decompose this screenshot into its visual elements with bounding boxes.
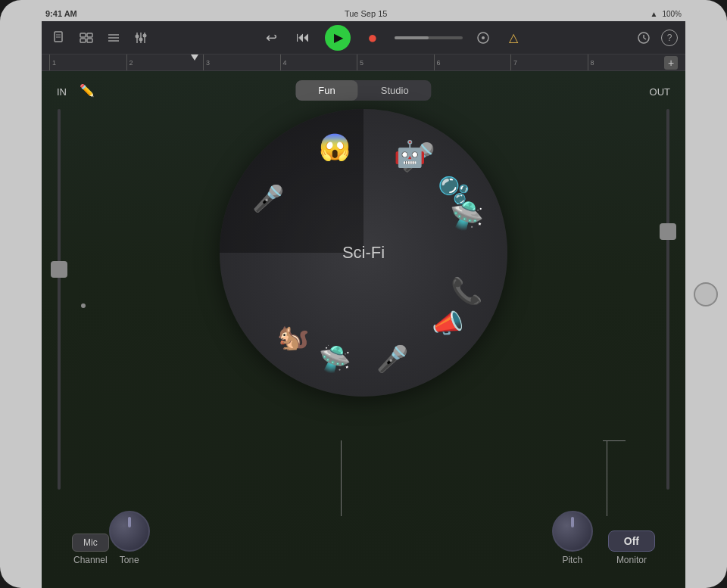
- tracks-icon[interactable]: [104, 28, 123, 48]
- voice-item-monster[interactable]: 😱: [314, 126, 355, 167]
- callout-line-monitor: [607, 440, 607, 516]
- svg-rect-4: [87, 33, 92, 37]
- ruler-mark-3: 3: [203, 54, 280, 70]
- mode-toggle: Fun Studio: [295, 80, 431, 101]
- tone-knob[interactable]: [109, 511, 150, 552]
- document-icon[interactable]: [49, 28, 69, 48]
- ipad-frame: 9:41 AM Tue Sep 15 ▲ 100% ↩ ⏮: [0, 0, 727, 588]
- studio-mode-button[interactable]: Studio: [358, 80, 432, 101]
- arrange-icon[interactable]: [76, 28, 96, 48]
- voice-item-robot[interactable]: 🤖: [389, 133, 430, 174]
- fun-mode-button[interactable]: Fun: [295, 80, 357, 101]
- pencil-icon[interactable]: ✏️: [80, 83, 95, 98]
- tone-knob-group: Tone: [109, 511, 150, 565]
- ruler-mark-8: 8: [588, 54, 665, 70]
- undo-button[interactable]: ↩: [261, 28, 281, 48]
- metronome-icon[interactable]: [473, 28, 493, 48]
- rewind-button[interactable]: ⏮: [292, 26, 314, 49]
- toolbar: ↩ ⏮ ▶ ● △ ?: [42, 21, 685, 54]
- record-button[interactable]: ●: [361, 26, 384, 49]
- volume-slider[interactable]: [395, 36, 463, 39]
- ruler-mark-5: 5: [357, 54, 434, 70]
- channel-label: Channel: [73, 555, 108, 565]
- callout-line-tone: [341, 440, 342, 516]
- svg-point-17: [482, 36, 485, 39]
- svg-rect-3: [80, 33, 86, 37]
- voice-wheel[interactable]: Sci-Fi 🛸 🎤: [220, 109, 507, 397]
- help-icon[interactable]: ?: [661, 30, 678, 46]
- status-time: 9:41 AM: [45, 9, 77, 18]
- clock-icon[interactable]: [634, 28, 654, 48]
- input-level-slider[interactable]: [49, 109, 69, 490]
- voice-item-mic2[interactable]: 🎤: [372, 338, 413, 379]
- ruler-mark-1: 1: [49, 54, 126, 70]
- mixer-icon[interactable]: [131, 28, 151, 48]
- voice-item-bubbles[interactable]: 🫧: [433, 170, 474, 210]
- wheel-selected-slice: [220, 109, 507, 397]
- voice-item-megaphone[interactable]: 📣: [427, 303, 468, 344]
- mic-button[interactable]: Mic: [72, 534, 109, 552]
- svg-rect-5: [80, 39, 86, 42]
- pitch-knob[interactable]: [552, 511, 593, 552]
- main-content: IN ✏️ OUT Fun Studio: [42, 71, 685, 588]
- status-date: Tue Sep 15: [345, 9, 387, 18]
- battery-icon: 100%: [662, 10, 682, 18]
- in-label: IN: [57, 86, 67, 98]
- wifi-icon: ▲: [651, 10, 658, 18]
- status-bar: 9:41 AM Tue Sep 15 ▲ 100%: [45, 6, 682, 21]
- voice-item-classic-mic[interactable]: 🎤: [248, 178, 289, 219]
- out-label: OUT: [650, 86, 670, 98]
- play-button[interactable]: ▶: [325, 25, 351, 51]
- svg-line-20: [644, 38, 646, 39]
- ruler-mark-6: 6: [434, 54, 511, 70]
- home-button[interactable]: [694, 282, 718, 306]
- mic-channel-group: Mic Channel: [72, 534, 109, 565]
- ruler-mark-7: 7: [510, 54, 588, 70]
- tuner-icon[interactable]: △: [504, 28, 523, 48]
- svg-point-15: [143, 33, 147, 37]
- pitch-knob-group: Pitch: [552, 511, 593, 565]
- timeline-ruler[interactable]: 1 2 3 4 5 6 7 8: [49, 54, 664, 70]
- output-level-slider[interactable]: [658, 109, 678, 490]
- add-track-button[interactable]: +: [664, 56, 678, 70]
- playhead[interactable]: [191, 54, 198, 61]
- monitor-label: Monitor: [616, 555, 647, 565]
- off-monitor-group: Off Monitor: [608, 530, 655, 565]
- bottom-controls: Mic Channel Tone Pitch Off Monitor: [42, 511, 685, 565]
- callout-line-horizontal: [603, 440, 626, 441]
- tone-label: Tone: [120, 555, 139, 565]
- voice-wheel-container: Sci-Fi 🛸 🎤: [220, 109, 507, 397]
- voice-item-alien[interactable]: 🛸: [314, 338, 355, 379]
- side-indicator: [81, 303, 86, 308]
- off-monitor-button[interactable]: Off: [608, 530, 655, 552]
- ruler-mark-4: 4: [280, 54, 357, 70]
- voice-item-chipmunk[interactable]: 🐿️: [273, 316, 314, 357]
- svg-point-13: [139, 37, 143, 41]
- svg-point-11: [136, 34, 139, 38]
- timeline: 1 2 3 4 5 6 7 8 +: [42, 54, 685, 71]
- pitch-label: Pitch: [562, 555, 582, 565]
- svg-rect-6: [87, 39, 92, 42]
